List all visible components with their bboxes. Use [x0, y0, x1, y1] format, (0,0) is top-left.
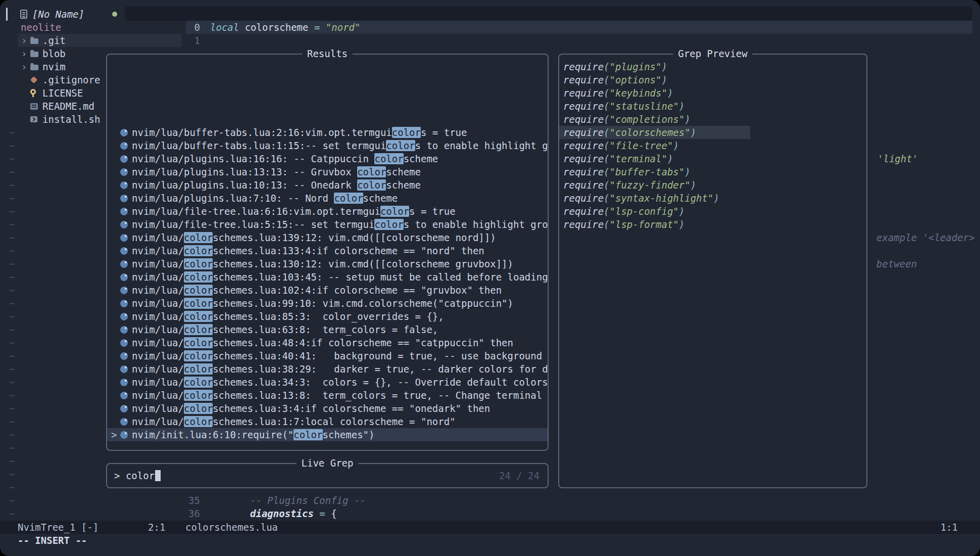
- code-function: require: [563, 219, 604, 230]
- result-text-post: schemes.lua:1:7:local colorscheme = "nor…: [213, 416, 455, 427]
- result-row[interactable]: nvim/lua/colorschemes.lua:40:41: backgro…: [107, 349, 548, 362]
- text-cursor: [155, 470, 161, 481]
- statusline-cursor-position-left: 2:1: [148, 521, 165, 534]
- match-highlight: color: [184, 390, 213, 401]
- code-function: require: [563, 140, 604, 151]
- statusline-window-name: NvimTree_1 [-]: [18, 521, 99, 534]
- result-row[interactable]: nvim/lua/colorschemes.lua:3:4:if colorsc…: [107, 402, 548, 415]
- result-row[interactable]: nvim/lua/colorschemes.lua:133:4:if color…: [107, 244, 548, 257]
- preview-line: require("statusline"): [559, 100, 866, 113]
- result-text: nvim/init.lua:6:10:require("colorschemes…: [132, 428, 548, 441]
- match-highlight: color: [184, 311, 213, 322]
- tilde-marker: ~: [9, 441, 15, 454]
- result-text-post: schemes.lua:133:4:if colorscheme == "nor…: [213, 245, 484, 256]
- result-row[interactable]: nvim/lua/colorschemes.lua:102:4:if color…: [107, 284, 548, 297]
- code-paren: (: [604, 219, 609, 230]
- result-row[interactable]: nvim/lua/plugins.lua:16:16: -- Catppucci…: [107, 152, 548, 165]
- code-comment: -- Plugins Config --: [250, 494, 366, 507]
- result-text-pre: nvim/lua/buffer-tabs.lua:2:16:vim.opt.te…: [132, 127, 392, 138]
- result-row[interactable]: nvim/lua/plugins.lua:7:10: -- Nord color…: [107, 192, 548, 205]
- statusline-cursor-position-right: 1:1: [941, 521, 958, 534]
- result-row[interactable]: nvim/lua/colorschemes.lua:85:3: color_ov…: [107, 310, 548, 323]
- tilde-marker: ~: [9, 231, 15, 244]
- code-line: local colorscheme = "nord": [210, 21, 360, 34]
- code-paren: (: [604, 61, 609, 72]
- result-text: nvim/lua/colorschemes.lua:40:41: backgro…: [132, 349, 548, 362]
- result-row[interactable]: >nvim/init.lua:6:10:require("colorscheme…: [107, 428, 548, 441]
- result-row[interactable]: nvim/lua/buffer-tabs.lua:1:15:-- set ter…: [107, 139, 548, 152]
- result-text-pre: nvim/lua/: [132, 390, 184, 401]
- live-grep-window[interactable]: Live Grep > color 24 / 24: [106, 463, 549, 488]
- file-type-icon: [30, 52, 38, 57]
- result-text: nvim/lua/colorschemes.lua:1:7:local colo…: [132, 415, 548, 428]
- result-row[interactable]: nvim/lua/file-tree.lua:6:16:vim.opt.term…: [107, 205, 548, 218]
- tree-item-label: .git: [42, 35, 66, 46]
- code-function: require: [563, 101, 604, 112]
- result-text-post: schemes.lua:13:8: term_colors = true, --…: [213, 390, 548, 401]
- result-text-pre: nvim/lua/: [132, 232, 184, 243]
- lua-file-icon: [120, 379, 128, 386]
- result-text: nvim/lua/colorschemes.lua:63:8: term_col…: [132, 323, 548, 336]
- lua-file-icon: [120, 365, 128, 373]
- result-text: nvim/lua/colorschemes.lua:38:29: darker …: [132, 362, 548, 376]
- result-text-pre: nvim/lua/: [132, 350, 184, 361]
- result-row[interactable]: nvim/lua/colorschemes.lua:130:12: vim.cm…: [107, 257, 548, 270]
- code-paren: (: [604, 74, 609, 85]
- tilde-marker: ~: [9, 297, 15, 310]
- lua-file-icon: [120, 431, 128, 439]
- match-highlight: color: [184, 377, 213, 388]
- result-row[interactable]: nvim/lua/colorschemes.lua:63:8: term_col…: [107, 323, 548, 336]
- result-row[interactable]: nvim/lua/colorschemes.lua:1:7:local colo…: [107, 415, 548, 428]
- code-paren: (: [604, 179, 609, 191]
- code-paren: ): [713, 193, 719, 204]
- preview-line: require("colorschemes"): [559, 126, 750, 139]
- preview-line: require("file-tree"): [559, 139, 866, 152]
- code-brace: {: [331, 508, 336, 519]
- result-row[interactable]: nvim/lua/colorschemes.lua:34:3: colors =…: [107, 376, 548, 389]
- preview-line: require("options"): [559, 73, 866, 86]
- lua-file-icon: [120, 247, 128, 255]
- file-type-icon: [30, 38, 38, 44]
- lua-file-icon: [120, 287, 128, 294]
- code-string: "file-tree": [610, 140, 673, 151]
- preview-line: require("lsp-format"): [559, 218, 866, 231]
- buffer-tab[interactable]: [No Name]: [32, 8, 84, 21]
- result-row[interactable]: nvim/lua/colorschemes.lua:48:4:if colors…: [107, 336, 548, 349]
- result-text: nvim/lua/plugins.lua:10:13: -- Onedark c…: [132, 178, 548, 192]
- result-row[interactable]: nvim/lua/file-tree.lua:5:15:-- set termg…: [107, 218, 548, 231]
- result-text-post: scheme: [404, 153, 438, 164]
- tilde-marker: ~: [9, 402, 15, 415]
- code-string: "terminal": [610, 153, 667, 164]
- code-paren: ): [667, 153, 673, 164]
- code-paren: (: [604, 140, 609, 151]
- search-input[interactable]: color: [126, 469, 155, 482]
- tabline-empty-area: [125, 6, 972, 21]
- result-text-post: schemes.lua:63:8: term_colors = false,: [213, 324, 438, 335]
- match-highlight: color: [184, 350, 213, 361]
- result-row[interactable]: nvim/lua/colorschemes.lua:13:8: term_col…: [107, 389, 548, 402]
- code-paren: ): [684, 114, 690, 125]
- code-function: require: [563, 87, 604, 99]
- tilde-marker: ~: [9, 165, 15, 178]
- results-list: nvim/lua/buffer-tabs.lua:2:16:vim.opt.te…: [107, 126, 548, 441]
- result-text: nvim/lua/colorschemes.lua:34:3: colors =…: [132, 376, 548, 389]
- match-counter: 24 / 24: [499, 469, 540, 482]
- result-row[interactable]: nvim/lua/plugins.lua:10:13: -- Onedark c…: [107, 178, 548, 192]
- match-highlight: color: [184, 324, 213, 335]
- file-type-icon: [30, 76, 37, 83]
- tree-item-label: nvim: [42, 61, 66, 72]
- tree-root-label[interactable]: neolite: [21, 21, 61, 34]
- result-row[interactable]: nvim/lua/colorschemes.lua:38:29: darker …: [107, 362, 548, 376]
- result-row[interactable]: nvim/lua/plugins.lua:13:13: -- Gruvbox c…: [107, 165, 548, 178]
- code-paren: ): [691, 127, 696, 138]
- tree-item[interactable]: ›.git: [18, 34, 182, 47]
- result-row[interactable]: nvim/lua/colorschemes.lua:99:10: vim.cmd…: [107, 297, 548, 310]
- result-row[interactable]: nvim/lua/buffer-tabs.lua:2:16:vim.opt.te…: [107, 126, 548, 139]
- code-string: "lsp-format": [610, 219, 679, 230]
- result-text: nvim/lua/colorschemes.lua:48:4:if colors…: [132, 336, 548, 349]
- result-row[interactable]: nvim/lua/colorschemes.lua:139:12: vim.cm…: [107, 231, 548, 244]
- result-text: nvim/lua/colorschemes.lua:99:10: vim.cmd…: [132, 297, 548, 310]
- line-number: 35: [177, 494, 200, 507]
- grep-preview-window: Grep Preview require("plugins") require(…: [558, 54, 867, 488]
- result-row[interactable]: nvim/lua/colorschemes.lua:103:45: -- set…: [107, 270, 548, 284]
